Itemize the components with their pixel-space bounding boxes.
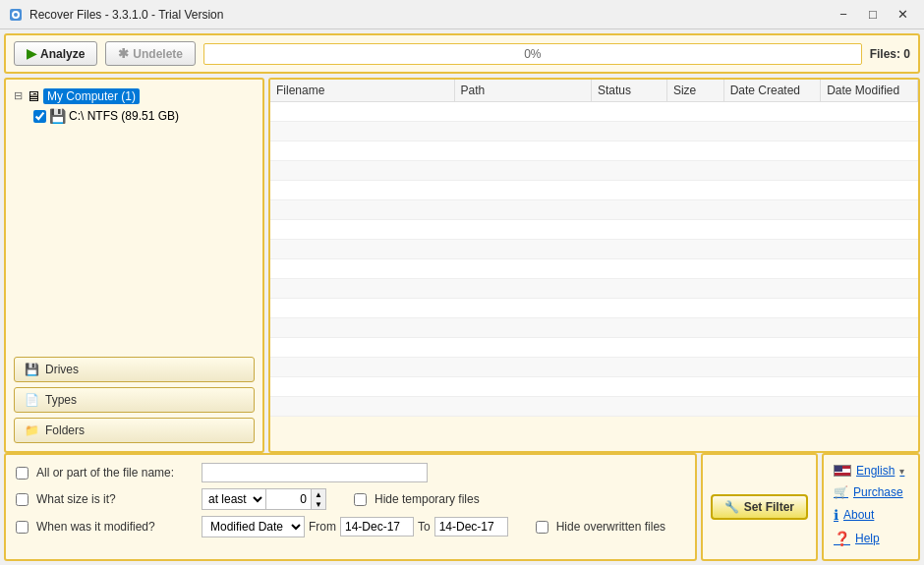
col-date-modified[interactable]: Date Modified <box>821 80 918 102</box>
minimize-button[interactable]: − <box>830 4 857 26</box>
size-spinner-buttons: ▲ ▼ <box>311 489 325 509</box>
content-area: ⊟ 🖥 My Computer (1) 💾 C:\ NTFS (89.51 GB… <box>4 78 920 453</box>
table-row <box>270 397 918 417</box>
table-row <box>270 259 918 279</box>
file-list-area: Filename Path Status Size Date Created D… <box>270 80 918 451</box>
help-icon: ❓ <box>834 531 850 546</box>
filter-panel: All or part of the file name: What size … <box>4 453 697 561</box>
tree-root[interactable]: ⊟ 🖥 My Computer (1) <box>10 85 259 106</box>
col-filename[interactable]: Filename <box>270 80 454 102</box>
help-label: Help <box>855 532 880 545</box>
filename-label: All or part of the file name: <box>36 466 194 480</box>
app-title: Recover Files - 3.3.1.0 - Trial Version <box>29 8 830 22</box>
hide-overwritten-checkbox[interactable] <box>536 521 549 534</box>
file-table: Filename Path Status Size Date Created D… <box>270 80 918 417</box>
folders-icon: 📁 <box>25 424 39 437</box>
modified-label: When was it modified? <box>36 520 194 534</box>
table-row <box>270 358 918 377</box>
size-down-button[interactable]: ▼ <box>312 499 325 509</box>
purchase-link[interactable]: 🛒 Purchase <box>832 482 910 502</box>
modified-checkbox[interactable] <box>16 521 29 534</box>
window-controls: − □ ✕ <box>830 4 916 26</box>
table-row <box>270 299 918 318</box>
col-status[interactable]: Status <box>591 80 666 102</box>
table-row <box>270 161 918 181</box>
to-label: To <box>418 520 431 534</box>
filter-row-filename: All or part of the file name: <box>16 463 685 482</box>
from-date-input[interactable] <box>340 517 414 537</box>
modified-date-row: Modified Date Created Date From To <box>202 516 508 537</box>
to-date-input[interactable] <box>434 517 508 537</box>
purchase-icon: 🛒 <box>834 485 848 499</box>
drives-icon: 💾 <box>25 363 39 376</box>
left-bottom-buttons: 💾 Drives 📄 Types 📁 Folders <box>6 349 262 451</box>
hide-overwritten-label: Hide overwritten files <box>556 520 665 534</box>
table-row <box>270 102 918 122</box>
table-row <box>270 200 918 220</box>
bottom-panel: All or part of the file name: What size … <box>4 453 920 561</box>
size-checkbox[interactable] <box>16 493 29 506</box>
col-size[interactable]: Size <box>666 80 723 102</box>
table-row <box>270 240 918 259</box>
toolbar: ▶ Analyze ✱ Undelete 0% Files: 0 <box>4 33 920 74</box>
types-button[interactable]: 📄 Types <box>14 387 255 413</box>
set-filter-button[interactable]: 🔧 Set Filter <box>711 494 808 520</box>
col-date-created[interactable]: Date Created <box>723 80 821 102</box>
file-table-header: Filename Path Status Size Date Created D… <box>270 80 918 102</box>
drives-button[interactable]: 💾 Drives <box>14 357 255 382</box>
progress-bar: 0% <box>203 43 862 65</box>
computer-icon: 🖥 <box>26 87 40 104</box>
maximize-button[interactable]: □ <box>859 4 887 26</box>
right-side-panel: English ▾ 🛒 Purchase ℹ About ❓ Help <box>822 453 920 561</box>
filter-row-modified: When was it modified? Modified Date Crea… <box>16 516 685 537</box>
hide-temp-checkbox[interactable] <box>354 493 367 506</box>
size-spinner-container: at least at most exactly ▲ ▼ <box>202 488 326 510</box>
undelete-button[interactable]: ✱ Undelete <box>105 41 196 66</box>
filename-input[interactable] <box>202 463 428 482</box>
size-select[interactable]: at least at most exactly <box>202 489 265 509</box>
analyze-icon: ▶ <box>27 46 36 61</box>
language-label: English <box>856 464 895 478</box>
filter-row-size: What size is it? at least at most exactl… <box>16 488 685 510</box>
table-row <box>270 279 918 299</box>
tree-drive[interactable]: 💾 C:\ NTFS (89.51 GB) <box>29 106 259 126</box>
table-row <box>270 141 918 161</box>
size-up-button[interactable]: ▲ <box>312 489 325 499</box>
col-path[interactable]: Path <box>454 80 591 102</box>
tree-root-label: My Computer (1) <box>43 88 140 104</box>
folders-button[interactable]: 📁 Folders <box>14 418 255 443</box>
set-filter-panel: 🔧 Set Filter <box>701 453 818 561</box>
main-container: ▶ Analyze ✱ Undelete 0% Files: 0 ⊟ 🖥 My … <box>0 29 924 565</box>
undelete-icon: ✱ <box>118 46 129 61</box>
right-panel: Filename Path Status Size Date Created D… <box>268 78 920 453</box>
hide-temp-label: Hide temporary files <box>375 492 480 506</box>
progress-text: 0% <box>524 47 541 61</box>
files-count: Files: 0 <box>870 47 910 61</box>
table-row <box>270 181 918 200</box>
modified-select[interactable]: Modified Date Created Date <box>202 516 305 537</box>
language-link[interactable]: English ▾ <box>832 461 910 480</box>
table-row <box>270 220 918 240</box>
size-label: What size is it? <box>36 492 194 506</box>
flag-icon <box>834 465 851 477</box>
size-input[interactable] <box>266 490 311 508</box>
language-dropdown-icon: ▾ <box>899 466 904 477</box>
app-icon <box>8 7 24 23</box>
tree-drive-label: C:\ NTFS (89.51 GB) <box>69 109 179 123</box>
set-filter-icon: 🔧 <box>724 500 739 514</box>
about-icon: ℹ <box>834 507 838 523</box>
drive-checkbox[interactable] <box>33 110 46 123</box>
drive-icon: 💾 <box>49 108 66 124</box>
purchase-label: Purchase <box>853 485 903 499</box>
about-label: About <box>843 508 874 522</box>
filename-checkbox[interactable] <box>16 467 29 480</box>
table-row <box>270 122 918 141</box>
tree-area: ⊟ 🖥 My Computer (1) 💾 C:\ NTFS (89.51 GB… <box>6 80 262 349</box>
help-link[interactable]: ❓ Help <box>832 528 910 549</box>
table-row <box>270 318 918 338</box>
about-link[interactable]: ℹ About <box>832 504 910 526</box>
left-panel: ⊟ 🖥 My Computer (1) 💾 C:\ NTFS (89.51 GB… <box>4 78 264 453</box>
tree-toggle-root[interactable]: ⊟ <box>14 89 23 102</box>
close-button[interactable]: ✕ <box>889 4 916 26</box>
analyze-button[interactable]: ▶ Analyze <box>14 41 97 66</box>
